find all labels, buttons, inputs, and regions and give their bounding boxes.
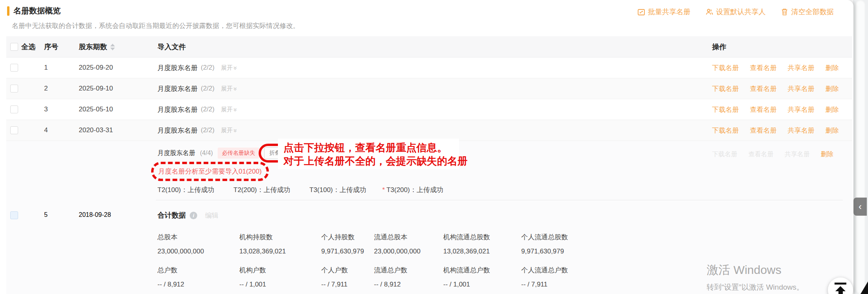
info-icon[interactable]: i — [190, 212, 197, 219]
header-actions: 操作 — [706, 42, 852, 52]
delete-link[interactable]: 删除 — [825, 126, 839, 135]
select-all-label: 全选 — [21, 42, 35, 52]
row-checkbox[interactable] — [10, 64, 18, 72]
stat-item: 个人持股数9,971,630,979 — [321, 233, 374, 255]
sort-carets-icon[interactable] — [110, 44, 115, 50]
clear-all-button[interactable]: 清空全部数据 — [781, 7, 834, 17]
row-file-count: (2/2) — [201, 126, 215, 134]
header-index: 序号 — [37, 42, 75, 52]
row-checkbox[interactable] — [10, 85, 18, 92]
stat-item: 机构流通总户数-- / 1,001 — [443, 266, 521, 288]
row-checkbox[interactable] — [10, 105, 18, 113]
batch-share-button[interactable]: 批量共享名册 — [637, 7, 690, 17]
delete-link[interactable]: 删除 — [821, 150, 833, 159]
delete-link[interactable]: 删除 — [825, 105, 839, 114]
table-row: 1 2025-09-20 月度股东名册 (2/2) 展开» 下载名册 查看名册 … — [6, 57, 852, 78]
share-roster-link[interactable]: 共享名册 — [788, 105, 814, 114]
download-roster-link[interactable]: 下载名册 — [712, 63, 739, 72]
summary-title: 合计数据 — [157, 211, 186, 220]
stat-item: 机构流通总股数13,028,369,021 — [443, 233, 521, 255]
page-header: 名册数据概览 — [7, 6, 61, 16]
stat-item: 流通总户数-- / 8,912 — [374, 266, 443, 288]
row-index: 4 — [37, 126, 75, 134]
row-period: 2025-05-10 — [75, 105, 156, 113]
summary-block: 合计数据 i 编辑 总股本23,000,000,000 机构持股数13,028,… — [156, 211, 706, 288]
upload-status-list: T2(100)：上传成功 T2(200)：上传成功 T3(100)：上传成功 *… — [157, 185, 706, 194]
header-period: 股东期数 — [75, 42, 156, 52]
windows-watermark: 激活 Windows 转到“设置”以激活 Windows。 — [707, 262, 804, 292]
delete-link[interactable]: 删除 — [825, 63, 839, 72]
edit-button-disabled: 编辑 — [205, 211, 218, 220]
share-roster-link[interactable]: 共享名册 — [788, 84, 814, 93]
expand-button[interactable]: 展开» — [221, 85, 237, 92]
row-period: 2020-03-31 — [75, 126, 156, 134]
select-all-checkbox[interactable] — [10, 43, 18, 51]
download-roster-link[interactable]: 下载名册 — [712, 84, 739, 93]
header-period-label: 股东期数 — [79, 43, 107, 51]
view-roster-link[interactable]: 查看名册 — [750, 105, 777, 114]
stat-item: 个人户数-- / 7,911 — [321, 266, 374, 288]
chevron-double-down-icon: » — [232, 108, 239, 111]
row-file-name: 月度股东名册 — [157, 126, 198, 135]
tutorial-annotation: 点击下拉按钮，查看名册重点信息。 对于上传名册不全的，会提示缺失的名册 — [278, 139, 459, 169]
share-roster-link-disabled: 共享名册 — [785, 150, 810, 159]
row-index: 2 — [37, 85, 75, 92]
stat-item: 流通总股本23,000,000,000 — [374, 233, 443, 255]
set-default-sharer-label: 设置默认共享人 — [716, 7, 766, 17]
table-row: 4 2020-03-31 月度股东名册 (2/2) 展开» 下载名册 查看名册 … — [6, 120, 852, 141]
annotation-line1: 点击下拉按钮，查看名册重点信息。 — [283, 141, 453, 154]
table-row: 3 2025-05-10 月度股东名册 (2/2) 展开» 下载名册 查看名册 … — [6, 99, 852, 120]
row-file-count: (2/2) — [201, 64, 215, 72]
share-roster-link[interactable]: 共享名册 — [788, 126, 814, 135]
back-to-top-icon — [828, 283, 853, 294]
expand-button[interactable]: 展开» — [221, 106, 237, 113]
row-file-name: 月度股东名册 — [157, 84, 198, 93]
stat-item: 个人流通总股数9,971,630,979 — [521, 233, 568, 255]
view-roster-link[interactable]: 查看名册 — [750, 84, 777, 93]
row-period: 2018-09-28 — [75, 211, 156, 218]
expand-button[interactable]: 展开» — [221, 64, 237, 72]
page-subtitle: 名册中无法获取的合计数据，系统会自动取距当期最近的公开披露数据，您可根据实际情况… — [12, 21, 300, 30]
watermark-line2: 转到“设置”以激活 Windows。 — [707, 282, 804, 292]
download-roster-link[interactable]: 下载名册 — [712, 105, 739, 114]
expand-label: 展开 — [221, 127, 233, 134]
page: 名册数据概览 批量共享名册 设置默认共享人 清空全部数据 — [0, 0, 868, 294]
stat-item: 总股本23,000,000,000 — [157, 233, 239, 255]
row-file-name: 月度股东名册 — [157, 63, 198, 72]
expand-label: 展开 — [221, 64, 233, 72]
header-import-file: 导入文件 — [156, 42, 706, 52]
upload-status-item: T2(100)：上传成功 — [157, 185, 233, 194]
view-roster-link[interactable]: 查看名册 — [750, 63, 777, 72]
row-checkbox[interactable] — [10, 211, 18, 219]
share-roster-link[interactable]: 共享名册 — [788, 63, 814, 72]
stat-item: 机构持股数13,028,369,021 — [239, 233, 321, 255]
download-roster-link[interactable]: 下载名册 — [712, 126, 739, 135]
upload-status-item: T3(100)：上传成功 — [309, 185, 382, 194]
row-period: 2025-09-10 — [75, 85, 156, 92]
page-title: 名册数据概览 — [13, 6, 61, 16]
row-file-count: (2/2) — [201, 85, 215, 92]
delete-link[interactable]: 删除 — [825, 84, 839, 93]
row-file-count: (2/2) — [201, 105, 215, 113]
row-period: 2025-09-20 — [75, 64, 156, 72]
row-file-name: 月度股东名册 — [157, 105, 198, 114]
required-mark: * — [382, 186, 385, 194]
vertical-scrollbar[interactable] — [856, 0, 865, 294]
set-default-sharer-button[interactable]: 设置默认共享人 — [705, 7, 766, 17]
missing-roster-badge: 必传名册缺失 — [218, 148, 259, 159]
row-checkbox[interactable] — [10, 126, 18, 134]
expand-label: 展开 — [221, 85, 233, 92]
chevron-double-down-icon: » — [232, 87, 239, 90]
stat-item: 个人流通总户数-- / 7,911 — [521, 266, 568, 288]
collapse-panel-tab[interactable]: ‹ — [853, 198, 867, 216]
stats-row-shares: 总股本23,000,000,000 机构持股数13,028,369,021 个人… — [157, 233, 706, 255]
clear-all-label: 清空全部数据 — [791, 7, 834, 17]
batch-share-label: 批量共享名册 — [648, 7, 690, 17]
stat-item: 总户数-- / 8,912 — [157, 266, 239, 288]
row-index: 1 — [37, 64, 75, 72]
watermark-line1: 激活 Windows — [707, 262, 804, 278]
expanded-file-name: 月度股东名册 — [157, 149, 195, 157]
toolbar: 批量共享名册 设置默认共享人 清空全部数据 — [637, 7, 834, 17]
view-roster-link[interactable]: 查看名册 — [750, 126, 777, 135]
expand-button[interactable]: 展开» — [221, 127, 237, 134]
